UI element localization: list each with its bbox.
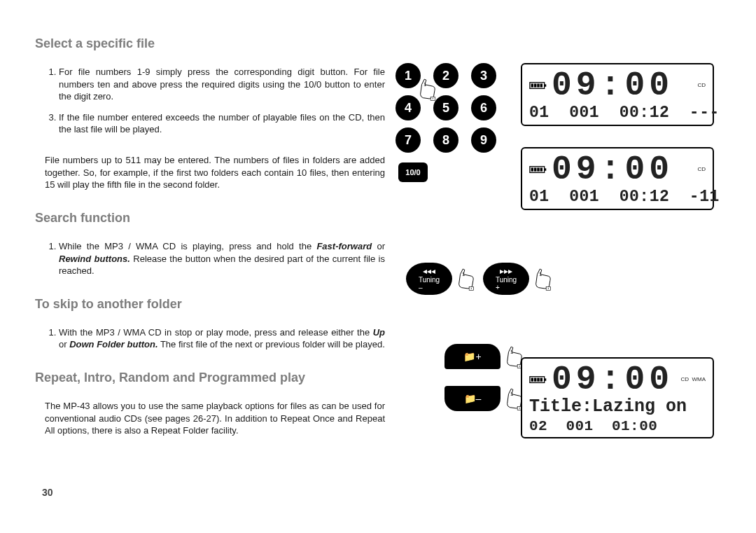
svg-rect-31 [537,378,539,381]
svg-rect-6 [534,83,536,87]
pointing-hand-icon: 1 [416,76,440,102]
search-fn-list: While the MP3 / WMA CD is playing, press… [35,240,385,277]
svg-rect-30 [534,378,536,381]
lcd1-bottom-line: 01 001 00:12 --- [529,104,706,122]
up-label: Up [373,327,385,338]
battery-icon [529,81,547,90]
svg-rect-5 [531,83,533,87]
select-file-step-2: If the file number entered exceeds the n… [59,111,385,136]
lcd1-time: 09:00 [552,69,673,102]
down-folder-label: Down Folder button. [69,339,158,349]
svg-rect-12 [534,167,536,171]
svg-text:1: 1 [539,271,542,277]
svg-point-2 [433,98,433,99]
rewind-icon: ◂◂◂ [423,266,435,276]
lcd-display-1: 09:00 CD 01 001 00:12 --- [521,63,714,126]
tuning-minus-label: Tuning– [419,276,440,291]
key-6[interactable]: 6 [471,95,496,120]
page-number: 30 [42,487,53,498]
svg-rect-13 [537,167,539,171]
lcd3-time: 09:00 [552,363,673,396]
svg-text:1: 1 [510,349,513,355]
key-7[interactable]: 7 [396,127,421,153]
svg-rect-14 [540,167,542,171]
numeric-keypad: 1 2 3 4 5 6 7 8 9 10/0 1 [396,63,496,189]
svg-text:1: 1 [462,271,465,277]
skip-folder-text: With the MP3 / WMA CD in stop or play mo… [59,327,373,338]
fast-forward-label: Fast-forward [316,241,372,251]
search-fn-mid: or [372,241,385,251]
heading-repeat: Repeat, Intro, Random and Programmed pla… [35,369,385,386]
key-10-0[interactable]: 10/0 [398,162,428,182]
lcd2-bottom-line: 01 001 00:12 -11 [529,188,706,206]
svg-text:1: 1 [424,81,426,88]
svg-rect-8 [540,83,542,87]
heading-select-file: Select a specific file [35,35,385,52]
lcd3-bottom-line: 02 001 01:00 [529,418,706,434]
lcd-display-2: 09:00 CD 01 001 00:12 -11 [521,147,714,210]
skip-folder-mid: or [59,339,69,349]
tuning-plus-label: Tuning+ [496,276,517,291]
heading-skip-folder: To skip to another folder [35,296,385,312]
skip-folder-step-1: With the MP3 / WMA CD in stop or play mo… [59,326,385,351]
select-file-note: File numbers up to 511 may be entered. T… [35,154,385,191]
search-fn-step-1: While the MP3 / WMA CD is playing, press… [59,240,385,277]
pointing-hand-icon: 1 [532,265,556,292]
rewind-button[interactable]: ◂◂◂ Tuning– [406,263,452,295]
heading-search-function: Search function [35,209,385,226]
svg-rect-11 [531,167,533,171]
select-file-step-1: For file numbers 1-9 simply press the co… [59,66,385,103]
folder-down-button[interactable]: 📁– [444,386,500,411]
key-9[interactable]: 9 [471,127,496,153]
lcd2-time: 09:00 [552,153,673,186]
folder-up-icon: 📁+ [463,351,481,362]
svg-rect-32 [540,378,542,381]
svg-point-17 [471,288,472,289]
svg-rect-7 [537,83,539,87]
fast-forward-button[interactable]: ▸▸▸ Tuning+ [483,263,529,295]
svg-rect-29 [531,378,533,381]
skip-folder-list: With the MP3 / WMA CD in stop or play mo… [35,326,385,351]
battery-icon [529,375,547,384]
svg-rect-28 [545,378,547,380]
lcd-display-3: 09:00 CD WMA Title:Lazing on 02 001 01:0… [521,357,714,438]
battery-icon [529,165,547,174]
skip-folder-suffix: The first file of the next or previous f… [158,339,385,349]
search-fn-text: While the MP3 / WMA CD is playing, press… [59,241,316,251]
lcd3-tag-wma: WMA [692,376,706,382]
svg-rect-4 [545,84,547,86]
svg-rect-10 [545,168,547,170]
svg-point-23 [519,366,520,366]
key-8[interactable]: 8 [433,127,458,153]
lcd2-tag-cd: CD [697,166,706,172]
fast-forward-icon: ▸▸▸ [500,266,512,276]
folder-down-icon: 📁– [464,393,482,404]
pointing-hand-icon: 1 [455,265,479,292]
svg-text:1: 1 [510,391,513,397]
lcd3-title-line: Title:Lazing on [529,396,706,417]
repeat-paragraph: The MP-43 allows you to use the same pla… [35,400,385,437]
select-file-list: For file numbers 1-9 simply press the co… [35,66,385,136]
lcd3-tag-cd: CD [680,376,689,382]
svg-point-26 [519,408,520,408]
rewind-label: Rewind buttons. [59,254,130,264]
folder-up-button[interactable]: 📁+ [444,344,500,369]
key-3[interactable]: 3 [471,63,496,88]
svg-point-20 [548,288,549,289]
lcd1-tag-cd: CD [697,82,706,88]
